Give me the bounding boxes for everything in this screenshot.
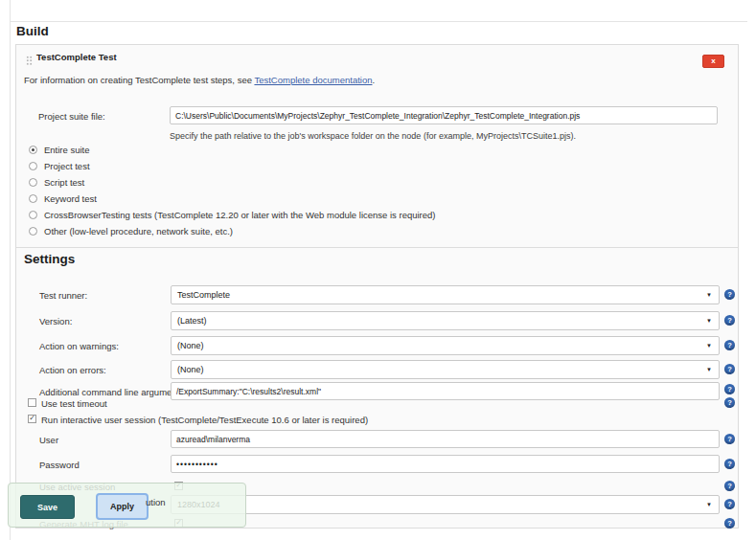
action-on-errors-value: (None): [177, 365, 204, 374]
help-icon[interactable]: ?: [724, 459, 735, 469]
chevron-down-icon: ▼: [706, 367, 712, 372]
build-section-heading: Build: [16, 24, 49, 38]
settings-heading: Settings: [24, 252, 75, 266]
help-icon[interactable]: ?: [724, 397, 735, 408]
radio-label: Script test: [44, 177, 84, 188]
action-on-warnings-value: (None): [177, 341, 204, 350]
jenkins-config-page: Build TestComplete Test x For informatio…: [0, 0, 756, 540]
info-text: For information on creating TestComplete…: [24, 75, 375, 85]
testcomplete-step-panel: TestComplete Test x For information on c…: [15, 44, 739, 529]
left-border-line: [10, 0, 11, 540]
help-icon[interactable]: ?: [724, 384, 735, 394]
test-runner-label: Test runner:: [39, 290, 87, 301]
chevron-down-icon: ▼: [706, 502, 712, 507]
password-input[interactable]: [171, 455, 720, 473]
user-input[interactable]: [171, 430, 720, 448]
run-interactive-session-checkbox[interactable]: ✓: [28, 415, 36, 423]
radio-label: Project test: [44, 161, 90, 171]
apply-button[interactable]: Apply: [96, 493, 149, 520]
radio-label: Keyword test: [44, 193, 97, 204]
radio-project-test[interactable]: [29, 162, 37, 170]
help-icon[interactable]: ?: [724, 364, 735, 374]
additional-args-label: Additional command line arguments:: [39, 387, 187, 397]
radio-entire-suite[interactable]: [29, 146, 37, 154]
test-runner-value: TestComplete: [177, 290, 230, 300]
help-icon[interactable]: ?: [724, 434, 735, 444]
radio-label: CrossBrowserTesting tests (TestComplete …: [44, 210, 436, 220]
radio-other[interactable]: [29, 227, 37, 236]
radio-crossbrowsertesting[interactable]: [29, 211, 37, 219]
help-icon[interactable]: ?: [724, 289, 735, 300]
project-suite-file-label: Project suite file:: [38, 111, 105, 122]
user-label: User: [39, 435, 58, 445]
use-test-timeout-label: Use test timeout: [41, 398, 107, 409]
help-icon[interactable]: ?: [724, 518, 735, 529]
action-on-warnings-label: Action on warnings:: [39, 341, 119, 351]
help-icon[interactable]: ?: [724, 481, 735, 491]
run-interactive-session-label: Run interactive user session (TestComple…: [41, 415, 368, 425]
use-test-timeout-checkbox[interactable]: [28, 398, 36, 407]
password-label: Password: [39, 460, 80, 470]
testcomplete-documentation-link[interactable]: TestComplete documentation: [254, 75, 372, 85]
chevron-down-icon: ▼: [706, 318, 712, 324]
project-suite-file-input[interactable]: [170, 106, 718, 124]
screen-resolution-label-fragment: ution: [146, 497, 166, 507]
delete-step-button[interactable]: x: [702, 55, 724, 68]
radio-label: Other (low-level procedure, network suit…: [44, 226, 233, 236]
radio-label: Entire suite: [44, 145, 90, 155]
section-divider-line: [10, 21, 747, 22]
project-suite-file-hint: Specify the path relative to the job's w…: [170, 131, 576, 141]
save-button[interactable]: Save: [20, 495, 75, 519]
help-icon[interactable]: ?: [724, 340, 735, 350]
info-prefix: For information on creating TestComplete…: [24, 75, 254, 85]
chevron-down-icon: ▼: [706, 343, 712, 349]
version-select[interactable]: (Latest) ▼: [171, 311, 720, 330]
screen-resolution-select[interactable]: 1280x1024 ▼: [171, 495, 720, 514]
floating-save-bar: Save Apply: [8, 483, 246, 528]
test-runner-select[interactable]: TestComplete ▼: [171, 285, 720, 304]
radio-keyword-test[interactable]: [29, 194, 37, 203]
action-on-errors-label: Action on errors:: [39, 365, 106, 375]
help-icon[interactable]: ?: [724, 315, 735, 326]
chevron-down-icon: ▼: [706, 292, 712, 298]
check-icon: ✓: [29, 414, 35, 422]
version-label: Version:: [39, 316, 72, 326]
drag-handle-icon[interactable]: [26, 56, 33, 65]
settings-divider: [16, 247, 738, 248]
radio-script-test[interactable]: [29, 178, 37, 187]
step-title: TestComplete Test: [36, 52, 117, 62]
action-on-errors-select[interactable]: (None) ▼: [171, 360, 720, 379]
action-on-warnings-select[interactable]: (None) ▼: [171, 336, 720, 355]
version-value: (Latest): [177, 316, 207, 326]
help-icon[interactable]: ?: [724, 499, 735, 509]
info-suffix: .: [372, 75, 375, 85]
